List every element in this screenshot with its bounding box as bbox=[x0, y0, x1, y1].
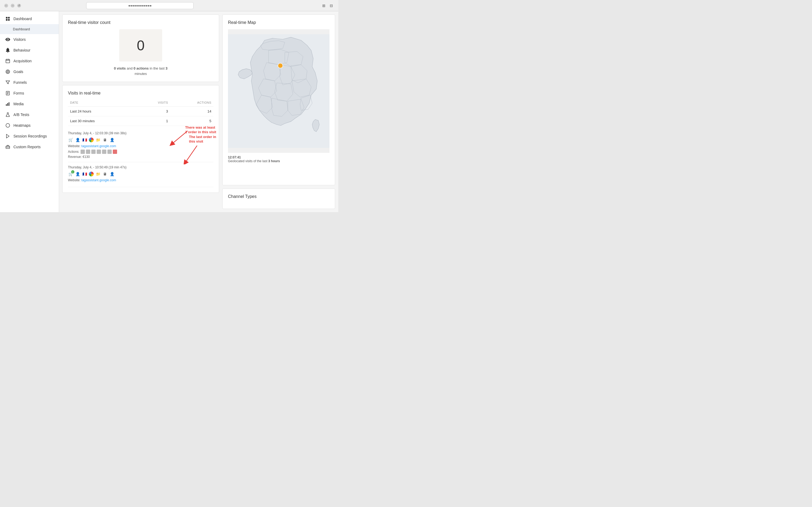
svg-rect-1 bbox=[8, 17, 10, 18]
sidebar-item-custom-reports[interactable]: Custom Reports bbox=[0, 142, 59, 152]
annotation-order-2: The last order inthis visit bbox=[189, 135, 216, 144]
realtime-visitor-card: Real-time visitor count 0 0 visits and 0… bbox=[62, 14, 219, 82]
sidebar-item-visitors[interactable]: Visitors bbox=[0, 34, 59, 45]
sidebar-label-funnels: Funnels bbox=[13, 80, 27, 84]
col-actions: ACTIONS bbox=[170, 100, 214, 107]
back-button[interactable]: ← bbox=[4, 4, 8, 7]
svg-rect-0 bbox=[6, 17, 7, 18]
svg-rect-17 bbox=[9, 102, 9, 106]
map-title: Real-time Map bbox=[228, 20, 330, 25]
briefcase-icon bbox=[5, 145, 10, 149]
sidebar-label-behaviour: Behaviour bbox=[13, 48, 31, 52]
visit-item-1: Thursday, July 4, - 12:03:39 (39 min 38s… bbox=[68, 128, 214, 162]
cart-action bbox=[113, 150, 117, 154]
forward-button[interactable]: → bbox=[11, 4, 14, 7]
website-link-v1[interactable]: tagassistant.google.com bbox=[81, 144, 116, 148]
calendar-icon bbox=[5, 59, 10, 63]
sidebar-label-session-recordings: Session Recordings bbox=[13, 134, 47, 138]
sidebar-item-funnels[interactable]: Funnels bbox=[0, 77, 59, 88]
visitor-count-desc: 0 visits and 0 actions in the last 3 min… bbox=[68, 66, 214, 76]
sidebar-item-acquisition[interactable]: Acquisition bbox=[0, 56, 59, 66]
map-time-value: 12:07:41 bbox=[228, 156, 241, 159]
sidebar-item-media[interactable]: Media bbox=[0, 99, 59, 109]
target-icon bbox=[5, 69, 10, 74]
date-30m: Last 30 minutes bbox=[68, 116, 136, 126]
table-row: Last 24 hours 3 14 bbox=[68, 107, 214, 116]
svg-rect-4 bbox=[6, 59, 10, 63]
right-column: Real-time Map bbox=[222, 14, 335, 209]
sidebar-item-session-recordings[interactable]: Session Recordings bbox=[0, 131, 59, 142]
sidebar-label-forms: Forms bbox=[13, 91, 24, 95]
website-link-v2[interactable]: tagassistant.google.com bbox=[81, 178, 116, 182]
svg-point-24 bbox=[278, 63, 283, 68]
sidebar-label-visitors: Visitors bbox=[13, 37, 26, 42]
map-card: Real-time Map bbox=[222, 14, 335, 185]
map-time-info: 12:07:41 Geolocated visits of the last 3… bbox=[228, 156, 330, 163]
finder-icon-v2: 📁 bbox=[95, 171, 101, 177]
visits-realtime-title: Visits in real-time bbox=[68, 91, 214, 96]
realtime-table: DATE VISITS ACTIONS Last 24 hours 3 14 L… bbox=[68, 100, 214, 126]
svg-rect-15 bbox=[6, 104, 7, 106]
realtime-visitor-title: Real-time visitor count bbox=[68, 20, 214, 25]
sidebar-toggle-button[interactable]: ⊞ bbox=[321, 3, 327, 8]
visit-2-datetime: Thursday, July 4, - 10:50:49 (19 min 47s… bbox=[68, 165, 214, 169]
sidebar-label-media: Media bbox=[13, 102, 23, 106]
svg-rect-3 bbox=[8, 19, 10, 21]
cart-icon-v1: 🛒 bbox=[68, 137, 73, 143]
visit-item-2: Thursday, July 4, - 10:50:49 (19 min 47s… bbox=[68, 162, 214, 187]
bell-icon bbox=[5, 48, 10, 53]
left-column: Real-time visitor count 0 0 visits and 0… bbox=[62, 14, 219, 209]
layout-toggle-button[interactable]: ⊟ bbox=[329, 3, 334, 8]
visits-24h: 3 bbox=[136, 107, 170, 116]
folder-action-2 bbox=[86, 150, 90, 154]
sidebar-item-ab-tests[interactable]: A/B Tests bbox=[0, 109, 59, 120]
desktop-icon-v1: 🖥 bbox=[102, 137, 108, 143]
sidebar-label-ab-tests: A/B Tests bbox=[13, 113, 29, 117]
refresh-button[interactable]: ↺ bbox=[17, 4, 21, 7]
map-hours-bold: 3 hours bbox=[268, 159, 280, 163]
visit-and: and bbox=[127, 66, 133, 70]
file-icon bbox=[5, 91, 10, 96]
visit-1-wrapper: There was at least1 order in this visit … bbox=[68, 128, 214, 162]
svg-point-10 bbox=[7, 71, 8, 72]
sidebar: Dashboard Dashboard Visitors Behaviour bbox=[0, 11, 59, 212]
sidebar-item-behaviour[interactable]: Behaviour bbox=[0, 45, 59, 56]
sidebar-item-dashboard-sub[interactable]: Dashboard bbox=[0, 24, 59, 34]
france-map-svg bbox=[228, 29, 330, 153]
finder-icon-v1: 📁 bbox=[95, 137, 101, 143]
sidebar-item-heatmaps[interactable]: Heatmaps bbox=[0, 120, 59, 131]
cart-badge-wrapper: 🛒 1 bbox=[68, 171, 73, 177]
visit-desc-in: in the last bbox=[150, 66, 165, 70]
sidebar-item-forms[interactable]: Forms bbox=[0, 88, 59, 99]
flag-icon-v2: 🇫🇷 bbox=[82, 171, 87, 177]
chrome-icon-v2 bbox=[89, 172, 94, 176]
eye-icon bbox=[5, 37, 10, 42]
visits-realtime-card: Visits in real-time DATE VISITS ACTIONS … bbox=[62, 85, 219, 193]
visit-1-datetime: Thursday, July 4, - 12:03:39 (39 min 38s… bbox=[68, 131, 214, 135]
actions-count-bold: 0 actions bbox=[133, 66, 149, 70]
table-row: Last 30 minutes 1 5 bbox=[68, 116, 214, 126]
col-date: DATE bbox=[68, 100, 136, 107]
play-icon bbox=[5, 134, 10, 138]
sidebar-label-dashboard-sub: Dashboard bbox=[13, 27, 30, 31]
svg-marker-20 bbox=[6, 134, 9, 138]
svg-rect-2 bbox=[6, 19, 7, 21]
person-icon-v2: 👤 bbox=[75, 171, 80, 177]
address-bar[interactable]: ●●●●●●●●●●●● bbox=[86, 2, 193, 9]
sidebar-label-heatmaps: Heatmaps bbox=[13, 123, 31, 127]
flask-icon bbox=[5, 112, 10, 117]
sidebar-item-dashboard[interactable]: Dashboard bbox=[0, 13, 59, 24]
sidebar-label-goals: Goals bbox=[13, 69, 23, 74]
actions-30m: 5 bbox=[170, 116, 214, 126]
visitor-count-box: 0 bbox=[119, 29, 162, 61]
sidebar-item-goals[interactable]: Goals bbox=[0, 66, 59, 77]
flag-icon-v1: 🇫🇷 bbox=[82, 137, 87, 143]
folder-action-1 bbox=[80, 150, 85, 154]
grid-icon bbox=[5, 16, 10, 21]
minutes-bold: 3 bbox=[166, 66, 168, 70]
browser-actions: ⊞ ⊟ bbox=[321, 3, 334, 8]
sidebar-label-custom-reports: Custom Reports bbox=[13, 145, 41, 149]
app-container: Dashboard Dashboard Visitors Behaviour bbox=[0, 11, 338, 212]
sidebar-label-acquisition: Acquisition bbox=[13, 59, 32, 63]
svg-point-19 bbox=[6, 123, 10, 127]
